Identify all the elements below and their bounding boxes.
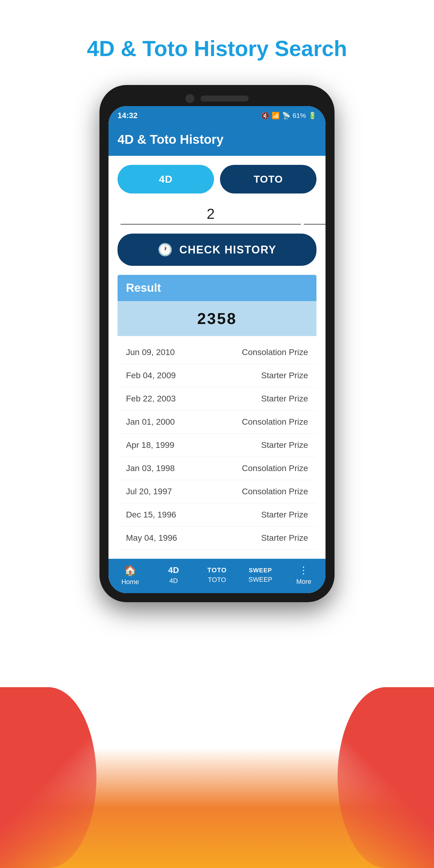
battery-text: 61%: [293, 112, 306, 120]
nav-item-4d[interactable]: 4D 4D: [152, 565, 195, 585]
result-prize: Consolation Prize: [242, 347, 308, 357]
check-history-label: CHECK HISTORY: [179, 244, 276, 256]
table-row: Dec 15, 1996 Starter Prize: [118, 503, 316, 527]
bg-decoration-left: [0, 687, 96, 868]
result-header: Result: [118, 275, 316, 301]
status-bar: 14:32 🔇 📶 📡 61% 🔋: [108, 106, 326, 125]
result-date: Feb 22, 2003: [126, 394, 176, 404]
more-icon: ⋮: [299, 564, 309, 576]
check-history-button[interactable]: 🕐 CHECK HISTORY: [118, 234, 316, 266]
result-prize: Starter Prize: [261, 440, 308, 450]
page-title: 4D & Toto History Search: [87, 36, 347, 61]
history-icon: 🕐: [158, 243, 173, 257]
status-icons: 🔇 📶 📡 61% 🔋: [261, 112, 316, 120]
digit-input-2[interactable]: [304, 206, 326, 224]
app-header-title: 4D & Toto History: [118, 132, 224, 147]
nav-toto-label: TOTO: [208, 576, 226, 584]
table-row: May 04, 1996 Starter Prize: [118, 527, 316, 550]
app-header: 4D & Toto History: [108, 125, 326, 156]
toto-icon: TOTO: [207, 566, 227, 574]
result-table: Jun 09, 2010 Consolation Prize Feb 04, 2…: [118, 341, 316, 550]
result-date: May 04, 1996: [126, 533, 177, 543]
result-date: Feb 04, 2009: [126, 371, 176, 380]
tab-row: 4D TOTO: [118, 165, 316, 193]
tab-4d[interactable]: 4D: [118, 165, 214, 193]
signal-icon: 📡: [282, 112, 290, 120]
home-icon: 🏠: [124, 564, 136, 576]
result-prize: Consolation Prize: [242, 487, 308, 496]
status-time: 14:32: [118, 111, 138, 120]
result-prize: Consolation Prize: [242, 464, 308, 473]
tab-toto[interactable]: TOTO: [220, 165, 316, 193]
nav-item-sweep[interactable]: SWEEP SWEEP: [239, 567, 282, 584]
app-body: 4D TOTO ✓ iBet: [108, 156, 326, 559]
mute-icon: 🔇: [261, 112, 269, 120]
result-date: Jan 03, 1998: [126, 464, 175, 473]
bg-decoration-right: [338, 687, 434, 868]
result-prize: Starter Prize: [261, 533, 308, 543]
result-date: Jun 09, 2010: [126, 347, 175, 357]
bottom-nav: 🏠 Home 4D 4D TOTO TOTO SWEEP SWEEP ⋮: [108, 559, 326, 593]
result-prize: Starter Prize: [261, 510, 308, 520]
result-date: Dec 15, 1996: [126, 510, 176, 520]
result-prize: Starter Prize: [261, 394, 308, 404]
table-row: Jan 01, 2000 Consolation Prize: [118, 410, 316, 434]
result-prize: Starter Prize: [261, 371, 308, 380]
battery-icon: 🔋: [308, 112, 316, 120]
phone-camera: [185, 94, 194, 103]
nav-item-more[interactable]: ⋮ More: [282, 564, 326, 586]
nav-sweep-label: SWEEP: [248, 576, 272, 584]
nav-item-toto[interactable]: TOTO TOTO: [195, 566, 239, 584]
nav-item-home[interactable]: 🏠 Home: [108, 564, 152, 586]
phone-notch: [108, 94, 326, 103]
result-date: Jul 20, 1997: [126, 487, 172, 496]
result-date: Apr 18, 1999: [126, 440, 174, 450]
result-prize: Consolation Prize: [242, 417, 308, 427]
nav-home-label: Home: [121, 578, 139, 586]
digit-input-1[interactable]: [121, 206, 301, 224]
table-row: Jul 20, 1997 Consolation Prize: [118, 480, 316, 503]
table-row: Jun 09, 2010 Consolation Prize: [118, 341, 316, 364]
table-row: Jan 03, 1998 Consolation Prize: [118, 457, 316, 480]
nav-more-label: More: [296, 578, 311, 586]
result-header-text: Result: [126, 281, 161, 294]
table-row: Apr 18, 1999 Starter Prize: [118, 434, 316, 457]
page-wrapper: 4D & Toto History Search 14:32 🔇 📶 📡 61%…: [0, 0, 434, 868]
phone-screen: 14:32 🔇 📶 📡 61% 🔋 4D & Toto History 4D: [108, 106, 326, 593]
phone-speaker: [200, 96, 249, 101]
nav-4d-label: 4D: [169, 577, 178, 585]
phone-frame: 14:32 🔇 📶 📡 61% 🔋 4D & Toto History 4D: [99, 85, 335, 602]
table-row: Feb 22, 2003 Starter Prize: [118, 387, 316, 410]
result-date: Jan 01, 2000: [126, 417, 175, 427]
table-row: Feb 04, 2009 Starter Prize: [118, 364, 316, 387]
wifi-icon: 📶: [272, 112, 280, 120]
result-number-row: 2358: [118, 301, 316, 336]
sweep-icon: SWEEP: [249, 567, 272, 574]
number-inputs-row: ✓ iBet: [118, 206, 316, 224]
result-number: 2358: [197, 310, 237, 327]
4d-icon: 4D: [168, 565, 179, 575]
